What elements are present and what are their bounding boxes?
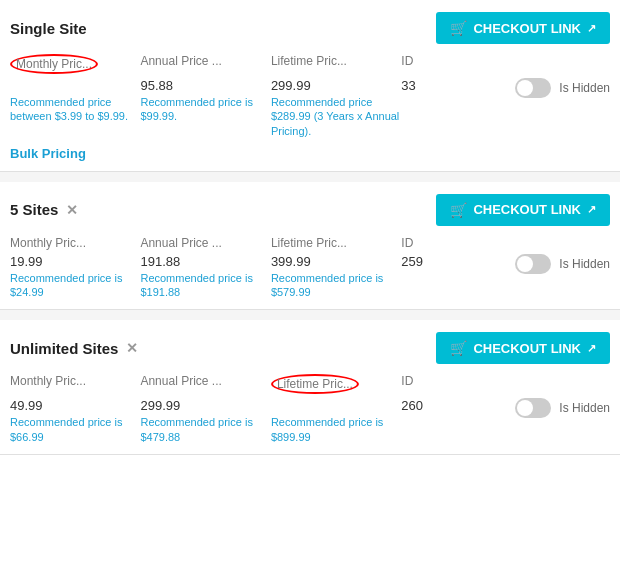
unlimited-sites-header: Unlimited Sites ✕ 🛒 CHECKOUT LINK ↗: [10, 332, 610, 364]
bulk-pricing-link[interactable]: Bulk Pricing: [10, 138, 610, 161]
unlimited-monthly-header: Monthly Pric...: [10, 374, 140, 390]
5-monthly-value: 19.99: [10, 254, 140, 269]
single-site-checkout-label: CHECKOUT LINK: [473, 21, 581, 36]
monthly-price-col: Monthly Pric...: [10, 54, 140, 76]
single-annual-value: 95.88: [140, 78, 270, 93]
unlimited-id-value-col: 260: [401, 398, 479, 415]
5-monthly-label: Monthly Pric...: [10, 236, 140, 250]
single-id-value-col: 33: [401, 78, 479, 95]
unlimited-lifetime-header: Lifetime Pric...: [271, 374, 401, 396]
5-monthly-recommended: Recommended price is $24.99: [10, 271, 140, 300]
5-sites-values: 19.99 Recommended price is $24.99 191.88…: [10, 254, 610, 300]
monthly-price-circle-highlight: Monthly Pric...: [10, 54, 98, 74]
5-sites-checkout-button[interactable]: 🛒 CHECKOUT LINK ↗: [436, 194, 610, 226]
cart-icon-5: 🛒: [450, 202, 467, 218]
5-sites-section: 5 Sites ✕ 🛒 CHECKOUT LINK ↗ Monthly Pric…: [0, 182, 620, 311]
unlimited-annual-recommended: Recommended price is $479.88: [140, 415, 270, 444]
unlimited-headers: Monthly Pric... Annual Price ... Lifetim…: [10, 374, 610, 396]
unlimited-sites-section: Unlimited Sites ✕ 🛒 CHECKOUT LINK ↗ Mont…: [0, 320, 620, 455]
5-sites-checkout-label: CHECKOUT LINK: [473, 202, 581, 217]
5-annual-recommended: Recommended price is $191.88: [140, 271, 270, 300]
unlimited-id-value: 260: [401, 398, 479, 413]
id-label: ID: [401, 54, 479, 68]
5-lifetime-value-col: 399.99 Recommended price is $579.99: [271, 254, 401, 300]
5-lifetime-recommended: Recommended price is $579.99: [271, 271, 401, 300]
id-col-header: ID: [401, 54, 479, 70]
single-annual-recommended: Recommended price is $99.99.: [140, 95, 270, 124]
unlimited-toggle-col: Is Hidden: [480, 398, 610, 418]
single-lifetime-value: 299.99: [271, 78, 401, 93]
single-site-headers: Monthly Pric... Annual Price ... Lifetim…: [10, 54, 610, 76]
5-monthly-header: Monthly Pric...: [10, 236, 140, 252]
5-id-value: 259: [401, 254, 479, 269]
single-lifetime-value-col: 299.99 Recommended price $289.99 (3 Year…: [271, 78, 401, 138]
unlimited-lifetime-value-col: Recommended price is $899.99: [271, 398, 401, 444]
single-id-value: 33: [401, 78, 479, 93]
single-site-hidden-label: Is Hidden: [559, 81, 610, 95]
single-site-section: Single Site 🛒 CHECKOUT LINK ↗ Monthly Pr…: [0, 0, 620, 172]
5-lifetime-header: Lifetime Pric...: [271, 236, 401, 252]
lifetime-label: Lifetime Pric...: [271, 54, 401, 68]
unlimited-monthly-recommended: Recommended price is $66.99: [10, 415, 140, 444]
5-annual-value: 191.88: [140, 254, 270, 269]
unlimited-monthly-label: Monthly Pric...: [10, 374, 140, 388]
5-annual-label: Annual Price ...: [140, 236, 270, 250]
5-id-value-col: 259: [401, 254, 479, 271]
unlimited-sites-checkout-button[interactable]: 🛒 CHECKOUT LINK ↗: [436, 332, 610, 364]
5-toggle-col: Is Hidden: [480, 254, 610, 274]
5-lifetime-value: 399.99: [271, 254, 401, 269]
cart-icon: 🛒: [450, 20, 467, 36]
5-sites-hidden-label: Is Hidden: [559, 257, 610, 271]
unlimited-sites-title: Unlimited Sites ✕: [10, 340, 138, 357]
unlimited-sites-hidden-toggle[interactable]: [515, 398, 551, 418]
annual-label: Annual Price ...: [140, 54, 270, 68]
single-annual-value-col: 95.88 Recommended price is $99.99.: [140, 78, 270, 124]
5-monthly-value-col: 19.99 Recommended price is $24.99: [10, 254, 140, 300]
unlimited-id-label: ID: [401, 374, 479, 388]
external-link-icon-unlimited: ↗: [587, 342, 596, 355]
5-sites-title-text: 5 Sites: [10, 201, 58, 218]
5-sites-close-button[interactable]: ✕: [66, 202, 78, 218]
unlimited-monthly-value: 49.99: [10, 398, 140, 413]
single-site-title: Single Site: [10, 20, 87, 37]
5-id-label: ID: [401, 236, 479, 250]
external-link-icon: ↗: [587, 22, 596, 35]
unlimited-sites-hidden-label: Is Hidden: [559, 401, 610, 415]
single-monthly-value: [10, 78, 140, 93]
5-sites-headers: Monthly Pric... Annual Price ... Lifetim…: [10, 236, 610, 252]
spacer-2: [0, 310, 620, 320]
unlimited-sites-values: 49.99 Recommended price is $66.99 299.99…: [10, 398, 610, 444]
unlimited-monthly-value-col: 49.99 Recommended price is $66.99: [10, 398, 140, 444]
annual-price-col-header: Annual Price ...: [140, 54, 270, 70]
unlimited-id-header: ID: [401, 374, 479, 390]
external-link-icon-5: ↗: [587, 203, 596, 216]
single-site-values: Recommended price between $3.99 to $9.99…: [10, 78, 610, 138]
5-sites-header: 5 Sites ✕ 🛒 CHECKOUT LINK ↗: [10, 194, 610, 226]
5-annual-header: Annual Price ...: [140, 236, 270, 252]
single-monthly-value-col: Recommended price between $3.99 to $9.99…: [10, 78, 140, 124]
unlimited-annual-label: Annual Price ...: [140, 374, 270, 388]
single-toggle-col: Is Hidden: [480, 78, 610, 98]
5-lifetime-label: Lifetime Pric...: [271, 236, 401, 250]
unlimited-lifetime-value: [271, 398, 401, 413]
5-sites-title: 5 Sites ✕: [10, 201, 78, 218]
unlimited-annual-value-col: 299.99 Recommended price is $479.88: [140, 398, 270, 444]
spacer-1: [0, 172, 620, 182]
single-monthly-recommended: Recommended price between $3.99 to $9.99…: [10, 95, 140, 124]
cart-icon-unlimited: 🛒: [450, 340, 467, 356]
5-sites-hidden-toggle[interactable]: [515, 254, 551, 274]
unlimited-sites-close-button[interactable]: ✕: [126, 340, 138, 356]
unlimited-lifetime-recommended: Recommended price is $899.99: [271, 415, 401, 444]
lifetime-price-circle-highlight: Lifetime Pric...: [271, 374, 359, 394]
5-annual-value-col: 191.88 Recommended price is $191.88: [140, 254, 270, 300]
single-site-header: Single Site 🛒 CHECKOUT LINK ↗: [10, 12, 610, 44]
unlimited-lifetime-label: Lifetime Pric...: [271, 374, 401, 394]
unlimited-sites-checkout-label: CHECKOUT LINK: [473, 341, 581, 356]
unlimited-annual-value: 299.99: [140, 398, 270, 413]
5-id-header: ID: [401, 236, 479, 252]
single-site-hidden-toggle[interactable]: [515, 78, 551, 98]
unlimited-annual-header: Annual Price ...: [140, 374, 270, 390]
single-site-checkout-button[interactable]: 🛒 CHECKOUT LINK ↗: [436, 12, 610, 44]
unlimited-sites-title-text: Unlimited Sites: [10, 340, 118, 357]
lifetime-price-col-header: Lifetime Pric...: [271, 54, 401, 70]
